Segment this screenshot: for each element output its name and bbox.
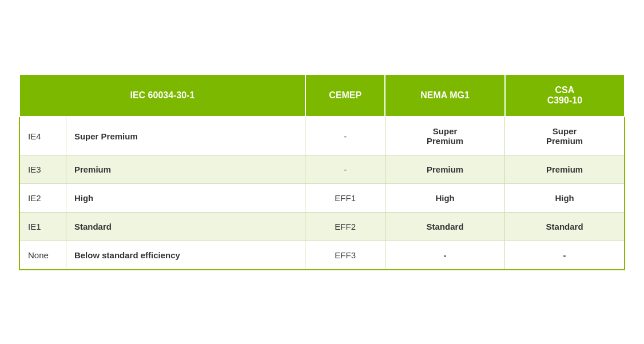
efficiency-comparison-table: IEC 60034-30-1 CEMEP NEMA MG1 CSA C390-1… [19, 74, 625, 270]
row-iec-desc: Standard [66, 213, 305, 241]
row-nema: - [385, 241, 504, 270]
row-code: None [19, 241, 66, 270]
row-nema: Super Premium [385, 117, 504, 155]
header-csa: CSA C390-10 [505, 74, 625, 117]
row-iec-desc: Below standard efficiency [66, 241, 305, 270]
row-csa: High [505, 184, 625, 213]
row-cemep: EFF1 [305, 184, 385, 213]
row-csa: - [505, 241, 625, 270]
row-nema: High [385, 184, 504, 213]
row-iec-desc: High [66, 184, 305, 213]
header-cemep: CEMEP [305, 74, 385, 117]
row-cemep: EFF2 [305, 213, 385, 241]
table-row: IE4Super Premium-Super PremiumSuper Prem… [19, 117, 625, 155]
row-cemep: - [305, 155, 385, 184]
table-row: IE1StandardEFF2StandardStandard [19, 213, 625, 241]
row-cemep: - [305, 117, 385, 155]
row-cemep: EFF3 [305, 241, 385, 270]
row-csa: Super Premium [505, 117, 625, 155]
header-iec: IEC 60034-30-1 [19, 74, 305, 117]
row-nema: Premium [385, 155, 504, 184]
header-nema: NEMA MG1 [385, 74, 504, 117]
row-iec-desc: Premium [66, 155, 305, 184]
row-iec-desc: Super Premium [66, 117, 305, 155]
row-nema: Standard [385, 213, 504, 241]
table-row: NoneBelow standard efficiencyEFF3-- [19, 241, 625, 270]
row-code: IE3 [19, 155, 66, 184]
table-row: IE3Premium-PremiumPremium [19, 155, 625, 184]
row-csa: Premium [505, 155, 625, 184]
row-code: IE2 [19, 184, 66, 213]
comparison-table-wrapper: IEC 60034-30-1 CEMEP NEMA MG1 CSA C390-1… [19, 74, 625, 270]
row-csa: Standard [505, 213, 625, 241]
row-code: IE4 [19, 117, 66, 155]
table-row: IE2HighEFF1HighHigh [19, 184, 625, 213]
row-code: IE1 [19, 213, 66, 241]
